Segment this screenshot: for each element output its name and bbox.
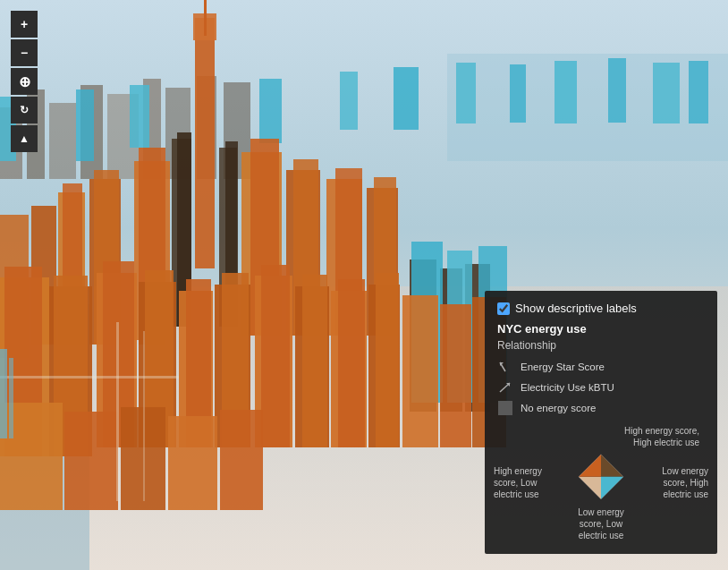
svg-rect-23 <box>653 63 680 123</box>
zoom-in-button[interactable]: + <box>11 11 38 38</box>
svg-rect-85 <box>0 349 7 438</box>
svg-rect-14 <box>76 89 94 161</box>
electricity-label: Electricity Use kBTU <box>521 382 614 393</box>
svg-rect-27 <box>204 0 207 36</box>
toolbar: + − ⊕ ↻ ▲ <box>11 11 38 152</box>
svg-rect-71 <box>168 416 217 510</box>
bivariate-label-right: Low energy score, High electric use <box>641 465 708 500</box>
show-labels-row[interactable]: Show descriptive labels <box>497 302 705 315</box>
show-labels-label: Show descriptive labels <box>515 302 637 315</box>
cursor-button[interactable]: ▲ <box>11 125 38 152</box>
svg-rect-82 <box>116 322 119 501</box>
svg-rect-67 <box>376 273 399 447</box>
svg-rect-72 <box>220 410 263 510</box>
svg-rect-18 <box>394 67 419 130</box>
svg-rect-65 <box>338 279 365 447</box>
svg-rect-80 <box>440 304 471 447</box>
legend-item-no-score: No energy score <box>497 400 705 416</box>
legend-subtitle: Relationship <box>497 339 705 352</box>
legend-title: NYC energy use <box>497 322 705 336</box>
svg-rect-86 <box>9 358 13 438</box>
zoom-out-button[interactable]: − <box>11 39 38 66</box>
svg-rect-16 <box>259 79 282 143</box>
svg-rect-22 <box>608 58 626 123</box>
svg-rect-25 <box>195 18 215 268</box>
svg-rect-83 <box>143 331 145 501</box>
svg-rect-24 <box>689 61 708 123</box>
bivariate-diamond <box>574 450 628 504</box>
svg-rect-63 <box>302 275 327 447</box>
no-score-label: No energy score <box>521 403 596 413</box>
compass-button[interactable]: ⊕ <box>11 68 38 95</box>
energy-star-label: Energy Star Score <box>521 362 605 372</box>
svg-rect-79 <box>402 295 438 447</box>
svg-rect-69 <box>64 412 118 510</box>
bivariate-label-bottom: Low energy score, Low electric use <box>565 506 637 541</box>
no-score-icon <box>497 400 513 416</box>
svg-rect-19 <box>456 63 476 123</box>
electricity-icon <box>497 379 513 396</box>
svg-rect-20 <box>510 64 526 123</box>
legend-item-electricity: Electricity Use kBTU <box>497 379 705 396</box>
bivariate-chart: High energy score, High electric use Hig… <box>497 425 705 541</box>
svg-rect-84 <box>0 376 179 379</box>
rotate-button[interactable]: ↻ <box>11 97 38 123</box>
svg-rect-17 <box>340 72 358 130</box>
svg-rect-3 <box>447 54 728 161</box>
show-labels-checkbox[interactable] <box>497 302 510 315</box>
svg-rect-6 <box>49 103 76 179</box>
svg-rect-21 <box>554 61 577 123</box>
legend-panel: Show descriptive labels NYC energy use R… <box>485 291 717 554</box>
bivariate-label-top: High energy score, High electric use <box>619 425 699 448</box>
svg-rect-61 <box>261 265 290 447</box>
bivariate-label-left: High energy score, Low electric use <box>494 465 561 500</box>
legend-item-energy-star: Energy Star Score <box>497 359 705 375</box>
svg-rect-15 <box>130 85 149 148</box>
energy-star-icon <box>497 359 513 375</box>
